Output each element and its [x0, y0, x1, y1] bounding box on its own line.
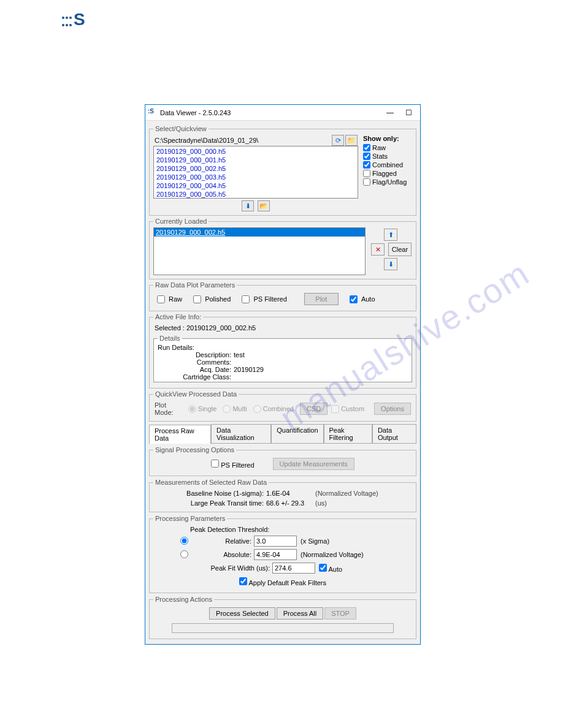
- description-label: Description:: [158, 351, 231, 358]
- process-selected-button[interactable]: Process Selected: [209, 607, 275, 620]
- baseline-noise-unit: (Normalized Voltage): [315, 490, 378, 497]
- relative-label: Relative:: [202, 537, 251, 545]
- processing-actions-group: Processing Actions Process Selected Proc…: [149, 596, 416, 639]
- tab-data-output[interactable]: Data Output: [372, 424, 416, 443]
- tab-data-visualization[interactable]: Data Visualization: [211, 424, 271, 443]
- signal-processing-group: Signal Processing Options PS Filtered Up…: [149, 446, 416, 476]
- baseline-noise-label: Baseline Noise (1-sigma):: [166, 490, 264, 497]
- ps-filtered-checkbox[interactable]: PS Filtered: [211, 460, 254, 469]
- clear-button[interactable]: Clear: [388, 243, 412, 256]
- plot-mode-label: Plot Mode:: [155, 401, 185, 416]
- transit-time-value: 68.6 +/- 29.3: [266, 499, 315, 507]
- threshold-absolute-radio[interactable]: [180, 550, 188, 558]
- acq-date-value: 20190129: [234, 366, 264, 373]
- plot-button[interactable]: Plot: [304, 293, 339, 305]
- flag-unflag-checkbox[interactable]: Flag/Unflag: [363, 178, 412, 186]
- stop-button: STOP: [324, 607, 356, 620]
- transit-time-label: Large Peak Transit time:: [166, 499, 264, 507]
- show-combined-checkbox[interactable]: Combined: [363, 161, 412, 169]
- plot-mode-combined: Combined: [253, 405, 294, 413]
- plot-auto-checkbox[interactable]: Auto: [350, 295, 375, 303]
- description-value: test: [234, 351, 245, 358]
- remove-icon[interactable]: ✕: [371, 243, 385, 256]
- active-file-group: Active File Info: Selected : 20190129_00…: [149, 313, 416, 389]
- tab-quantification[interactable]: Quantification: [271, 424, 323, 443]
- fit-width-label: Peak Fit Width (us):: [202, 564, 270, 572]
- move-down-icon[interactable]: ⬇: [384, 258, 397, 270]
- brand-logo: S: [61, 10, 84, 29]
- quickview-processed-group: QuickView Processed Data Plot Mode: Sing…: [149, 390, 416, 422]
- plot-params-legend: Raw Data Plot Parameters: [153, 281, 237, 289]
- csd-button: CSD: [300, 403, 327, 415]
- absolute-label: Absolute:: [202, 551, 251, 558]
- active-file-legend: Active File Info:: [153, 313, 203, 320]
- relative-input[interactable]: [254, 536, 297, 547]
- refresh-icon[interactable]: ⟳: [332, 135, 344, 146]
- loaded-list[interactable]: 20190129_000_002.h5: [153, 227, 366, 275]
- plot-mode-multi: Multi: [223, 405, 247, 413]
- folder-path: C:\Spectradyne\Data\2019_01_29\: [153, 135, 331, 145]
- list-item[interactable]: 20190129_000_001.h5: [155, 156, 357, 164]
- processing-actions-legend: Processing Actions: [153, 596, 214, 603]
- plot-params-group: Raw Data Plot Parameters Raw Polished PS…: [149, 281, 416, 311]
- minimize-button[interactable]: —: [381, 107, 399, 119]
- options-button: Options: [374, 403, 411, 415]
- selected-value: 20190129_000_002.h5: [186, 324, 256, 332]
- select-quickview-legend: Select/Quickview: [153, 125, 209, 132]
- quickview-processed-legend: QuickView Processed Data: [153, 390, 239, 398]
- show-stats-checkbox[interactable]: Stats: [363, 153, 412, 160]
- plot-mode-custom: Custom: [331, 405, 364, 413]
- move-up-icon[interactable]: ⬆: [384, 229, 397, 241]
- folder-open-icon[interactable]: 📁: [345, 135, 358, 146]
- show-flagged-checkbox[interactable]: Flagged: [363, 170, 412, 177]
- threshold-relative-radio[interactable]: [180, 537, 188, 545]
- list-item[interactable]: 20190129_000_000.h5: [155, 147, 357, 156]
- titlebar: :S Data Viewer - 2.5.0.243 — ☐: [145, 105, 420, 121]
- tab-bar: Process Raw Data Data Visualization Quan…: [149, 424, 416, 444]
- plot-polished-checkbox[interactable]: Polished: [193, 295, 231, 303]
- update-measurements-button: Update Measurements: [273, 458, 354, 470]
- details-group: Details Run Details: Description:test Co…: [153, 335, 412, 382]
- list-item[interactable]: 20190129_000_002.h5: [154, 228, 365, 237]
- plot-mode-single: Single: [188, 405, 217, 413]
- measurements-group: Measurements of Selected Raw Data Baseli…: [149, 479, 416, 512]
- fit-width-input[interactable]: [272, 563, 315, 574]
- folder-move-icon[interactable]: 📂: [258, 200, 270, 211]
- acq-date-label: Acq. Date:: [158, 366, 231, 373]
- absolute-input[interactable]: [254, 549, 297, 560]
- app-icon: :S: [148, 108, 158, 118]
- tab-process-raw[interactable]: Process Raw Data: [149, 425, 211, 444]
- absolute-unit: (Normalized Voltage): [301, 551, 364, 558]
- data-viewer-window: :S Data Viewer - 2.5.0.243 — ☐ Select/Qu…: [145, 104, 421, 645]
- progress-bar: [172, 623, 394, 633]
- select-quickview-group: Select/Quickview C:\Spectradyne\Data\201…: [149, 125, 416, 216]
- apply-default-filters-checkbox[interactable]: Apply Default Peak Filters: [239, 579, 326, 586]
- plot-raw-checkbox[interactable]: Raw: [157, 295, 182, 303]
- baseline-noise-value: 1.6E-04: [266, 490, 315, 497]
- processing-params-legend: Processing Parameters: [153, 515, 227, 522]
- currently-loaded-group: Currently Loaded 20190129_000_002.h5 ⬆ ✕…: [149, 218, 416, 279]
- cartridge-label: Cartridge Class:: [158, 373, 231, 381]
- fit-width-auto-checkbox[interactable]: Auto: [319, 564, 342, 573]
- move-down-icon[interactable]: ⬇: [242, 200, 254, 211]
- comments-label: Comments:: [158, 358, 231, 366]
- list-item[interactable]: 20190129_000_005.h5: [155, 190, 357, 199]
- file-list[interactable]: 20190129_000_000.h5 20190129_000_001.h5 …: [153, 146, 358, 199]
- selected-label: Selected :: [155, 324, 185, 332]
- list-item[interactable]: 20190129_000_003.h5: [155, 173, 357, 181]
- measurements-legend: Measurements of Selected Raw Data: [153, 479, 269, 486]
- show-only-panel: Show only: Raw Stats Combined Flagged Fl…: [363, 135, 412, 211]
- processing-params-group: Processing Parameters Peak Detection Thr…: [149, 515, 416, 593]
- show-only-label: Show only:: [363, 135, 412, 142]
- details-legend: Details: [158, 335, 182, 342]
- signal-processing-legend: Signal Processing Options: [153, 446, 236, 453]
- show-raw-checkbox[interactable]: Raw: [363, 144, 412, 151]
- list-item[interactable]: 20190129_000_002.h5: [155, 164, 357, 173]
- plot-psfiltered-checkbox[interactable]: PS Filtered: [242, 295, 286, 303]
- tab-peak-filtering[interactable]: Peak Filtering: [324, 424, 372, 443]
- list-item[interactable]: 20190129_000_004.h5: [155, 181, 357, 190]
- process-all-button[interactable]: Process All: [277, 607, 323, 620]
- maximize-button[interactable]: ☐: [399, 107, 418, 119]
- window-title: Data Viewer - 2.5.0.243: [160, 109, 381, 116]
- threshold-label: Peak Detection Threshold:: [153, 525, 412, 534]
